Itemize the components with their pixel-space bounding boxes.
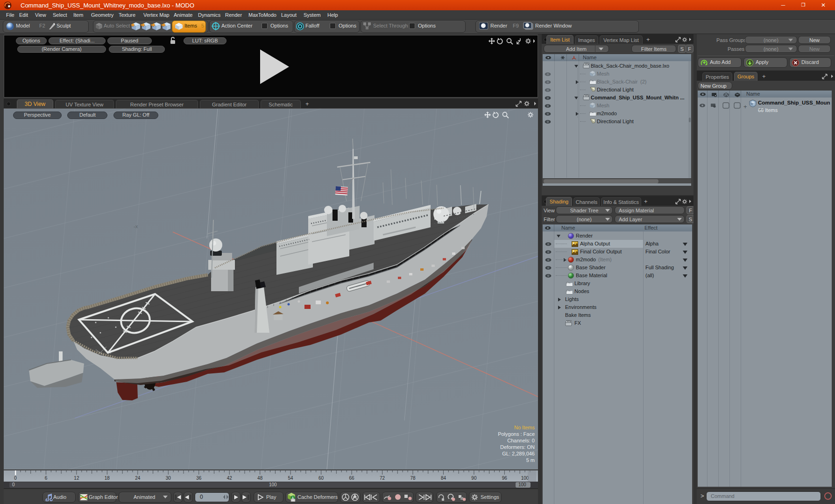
svg-text:0: 0 xyxy=(14,476,17,481)
svg-text:42: 42 xyxy=(227,476,233,481)
svg-text:30: 30 xyxy=(166,476,171,481)
svg-text:90: 90 xyxy=(471,476,477,481)
svg-text:24: 24 xyxy=(135,476,141,481)
svg-text:78: 78 xyxy=(410,476,416,481)
svg-text:18: 18 xyxy=(105,476,110,481)
svg-text:84: 84 xyxy=(441,476,446,481)
svg-text:96: 96 xyxy=(502,476,508,481)
svg-text:54: 54 xyxy=(288,476,294,481)
svg-text:66: 66 xyxy=(349,476,354,481)
svg-text:72: 72 xyxy=(380,476,385,481)
svg-text:-x: -x xyxy=(134,224,138,229)
svg-text:36: 36 xyxy=(196,476,202,481)
svg-text:60: 60 xyxy=(318,476,324,481)
svg-text:48: 48 xyxy=(257,476,263,481)
svg-text:6: 6 xyxy=(45,476,48,481)
svg-text:12: 12 xyxy=(74,476,79,481)
